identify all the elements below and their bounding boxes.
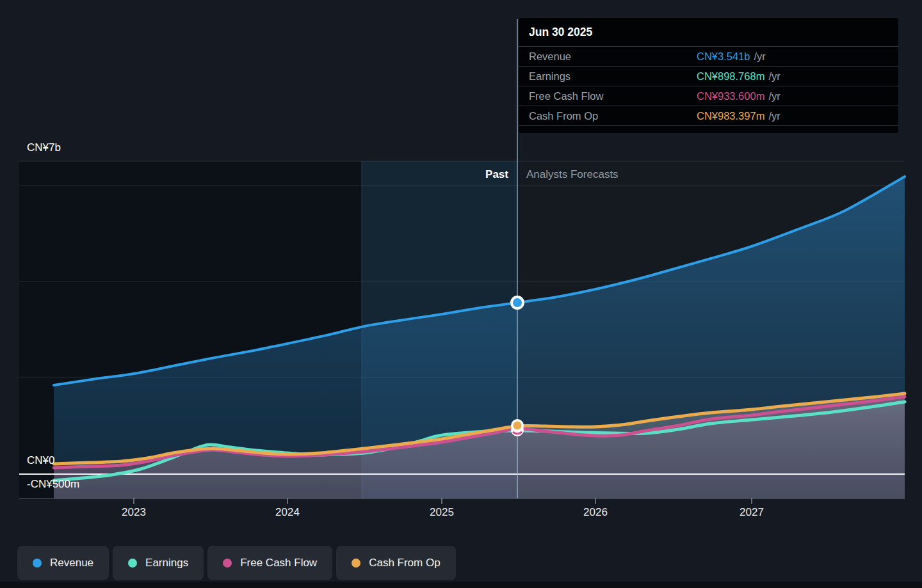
legend-chip-label: Free Cash Flow	[240, 557, 317, 569]
tooltip-row-value: CN¥898.768m	[697, 70, 764, 83]
legend-chip-label: Revenue	[50, 557, 93, 569]
tooltip-row-unit: /yr	[768, 70, 780, 83]
legend-chip-revenue[interactable]: Revenue	[17, 546, 109, 580]
forecasts-label: Analysts Forecasts	[526, 168, 619, 181]
past-label: Past	[412, 168, 508, 181]
tooltip-row-label: Free Cash Flow	[529, 90, 697, 102]
screen: CN¥7b CN¥0 -CN¥500m Past Analysts Foreca…	[0, 0, 922, 588]
tooltip-row-label: Cash From Op	[529, 110, 697, 122]
legend-chip-earnings[interactable]: Earnings	[113, 546, 204, 580]
tooltip-row-value: CN¥3.541b	[697, 51, 750, 63]
legend: Revenue Earnings Free Cash Flow Cash Fro…	[17, 546, 460, 580]
tooltip-row-revenue: Revenue CN¥3.541b /yr	[519, 47, 898, 67]
tooltip-row-label: Earnings	[529, 70, 697, 83]
tooltip-row-earnings: Earnings CN¥898.768m /yr	[519, 67, 898, 86]
bottom-bar	[0, 582, 922, 588]
revenue-legend-dot-icon	[33, 559, 42, 568]
tooltip-title: Jun 30 2025	[519, 18, 898, 47]
tooltip-row-unit: /yr	[754, 51, 765, 63]
x-axis-label-2026: 2026	[570, 506, 621, 519]
tooltip-row-value: CN¥933.600m	[697, 90, 764, 102]
x-axis-label-2023: 2023	[108, 506, 159, 519]
y-axis-label-top: CN¥7b	[27, 141, 61, 154]
x-axis-label-2025: 2025	[416, 506, 467, 519]
cash-from-op-legend-dot-icon	[352, 559, 360, 568]
axis-ticks	[134, 498, 752, 504]
tooltip-row-cash-from-op: Cash From Op CN¥983.397m /yr	[519, 106, 898, 126]
tooltip-row-label: Revenue	[529, 51, 697, 63]
tooltip-row-unit: /yr	[768, 110, 780, 122]
tooltip-row-free-cash-flow: Free Cash Flow CN¥933.600m /yr	[519, 86, 898, 106]
legend-chip-free-cash-flow[interactable]: Free Cash Flow	[207, 546, 332, 580]
tooltip: Jun 30 2025 Revenue CN¥3.541b /yr Earnin…	[519, 18, 898, 133]
tooltip-row-unit: /yr	[768, 90, 780, 102]
legend-chip-cash-from-op[interactable]: Cash From Op	[336, 546, 455, 580]
legend-chip-label: Cash From Op	[369, 557, 440, 569]
x-axis-label-2024: 2024	[262, 506, 313, 519]
x-axis-label-2027: 2027	[726, 506, 777, 519]
earnings-legend-dot-icon	[128, 559, 137, 568]
free-cash-flow-legend-dot-icon	[223, 559, 232, 568]
tooltip-row-value: CN¥983.397m	[697, 110, 764, 122]
y-axis-label-neg: -CN¥500m	[27, 478, 79, 491]
legend-chip-label: Earnings	[145, 557, 188, 569]
y-axis-label-zero: CN¥0	[27, 454, 54, 467]
